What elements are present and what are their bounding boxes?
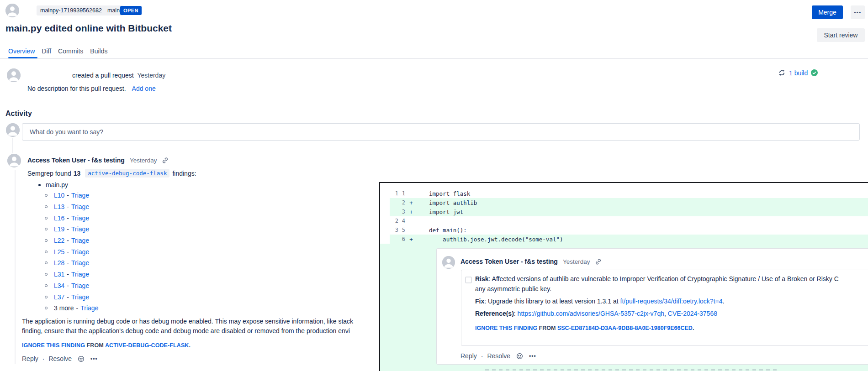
finding-line-link[interactable]: L10 [54,192,64,199]
tab-overview[interactable]: Overview [8,47,35,55]
inline-comment-avatar[interactable] [442,256,455,269]
finding-line-link[interactable]: L19 [54,225,64,233]
bullet-circle-icon [45,239,48,242]
triage-link[interactable]: Triage [71,237,89,244]
bullet-circle-icon [45,205,48,208]
add-reaction-icon[interactable] [78,355,85,362]
event-author-avatar[interactable] [7,68,21,82]
ssc-reference-link[interactable]: SSC-ED87184D-D3AA-9DB8-8A0E-1980F9E66CED [557,325,693,331]
event-time: Yesterday [137,72,165,79]
triage-link[interactable]: Triage [71,259,89,266]
tab-commits[interactable]: Commits [58,47,83,55]
branch-arrow-icon: → [95,7,101,14]
person-icon [6,123,20,137]
builds-refresh-icon [778,69,786,77]
triage-link[interactable]: Triage [71,192,89,199]
rule-chip[interactable]: active-debug-code-flask [85,169,169,178]
triage-link[interactable]: Triage [80,304,98,312]
merge-button[interactable]: Merge [812,5,843,19]
comment-author[interactable]: Access Token User - f&s testing [27,157,125,164]
diff-row: 35def main(): [390,225,868,235]
thread-line [15,170,16,364]
file-list-item: main.py [38,181,68,188]
triage-link[interactable]: Triage [71,214,89,222]
ghsa-advisory-link[interactable]: https://github.com/advisories/GHSA-5357-… [518,310,664,317]
ignore-finding-link[interactable]: IGNORE THIS FINDING [475,325,537,331]
resolve-link[interactable]: Resolve [48,355,72,362]
more-options-button[interactable]: ••• [851,5,865,19]
bullet-circle-icon [45,296,48,298]
tab-builds[interactable]: Builds [90,47,107,55]
diff-row-added: 2+import authlib [390,198,868,207]
inline-comment-author[interactable]: Access Token User - f&s testing [460,258,558,265]
pr-author-avatar[interactable] [5,4,19,17]
bullet-circle-icon [45,284,48,287]
reply-link[interactable]: Reply [22,355,38,362]
build-count-link[interactable]: 1 build [789,69,808,77]
finding-item: L10-Triage [45,190,98,201]
pr-status-badge: OPEN [120,6,142,15]
bullet-circle-icon [45,307,48,309]
finding-line-link[interactable]: L25 [54,248,64,256]
triage-link[interactable]: Triage [71,293,89,301]
add-description-link[interactable]: Add one [132,85,156,92]
ignore-finding-link[interactable]: IGNORE THIS FINDING [22,342,85,349]
comment-more-button[interactable]: ••• [90,355,98,362]
thread-line [12,138,13,153]
comment-time: Yesterday [130,157,157,164]
bullet-circle-icon [45,194,48,197]
fix-link[interactable]: ft/pull-requests/34/diff:oetry.lock?t=4 [620,298,723,305]
diff-row-added: 3+import jwt [390,207,868,216]
pr-tabs: Overview Diff Commits Builds [8,47,107,55]
finding-count: 13 [74,170,81,177]
finding-checkbox[interactable] [465,277,472,283]
bullet-circle-icon [45,273,48,276]
person-icon [442,256,455,269]
finding-line-link[interactable]: L28 [54,259,64,266]
inline-comment-card: Access Token User - f&s testing Yesterda… [436,248,868,365]
reply-link[interactable]: Reply [460,352,477,360]
triage-link[interactable]: Triage [71,282,89,289]
comment-author-avatar[interactable] [7,154,21,167]
inline-comment-actions: Reply · Resolve ••• [460,352,536,360]
bullet-circle-icon [45,217,48,219]
finding-line-link[interactable]: L31 [54,271,64,278]
risk-line: Risk: Affected versions of authlib are v… [475,275,839,282]
finding-line-link[interactable]: L13 [54,203,64,210]
finding-line-link[interactable]: L22 [54,237,64,244]
person-icon [5,4,19,17]
finding-item: L31-Triage [45,269,98,280]
finding-description-line2: finding, ensure that the application's d… [22,327,350,334]
triage-link[interactable]: Triage [71,248,89,256]
diff-row: 11import flask [390,189,868,198]
start-review-button[interactable]: Start review [817,28,865,42]
permalink-icon[interactable] [595,258,602,265]
composer-avatar[interactable] [6,123,20,137]
triage-link[interactable]: Triage [71,271,89,278]
finding-detail-box: Risk: Affected versions of authlib are v… [461,270,868,346]
cve-link[interactable]: CVE-2024-37568 [668,310,717,317]
triage-link[interactable]: Triage [71,225,89,233]
ignore-finding-row: IGNORE THIS FINDING FROM ACTIVE-DEBUG-CO… [22,342,191,349]
no-description-row: No description for this pull request.Add… [27,85,156,92]
finding-line-link[interactable]: L34 [54,282,64,289]
comment-more-button[interactable]: ••• [529,353,536,359]
comment-input[interactable] [22,123,860,141]
resolve-link[interactable]: Resolve [487,352,510,360]
references-line: Reference(s): https://github.com/advisor… [475,310,717,317]
ignore-rule-link[interactable]: ACTIVE-DEBUG-CODE-FLASK [105,342,189,349]
finding-item: L13-Triage [45,201,98,213]
inline-comment-time: Yesterday [563,258,590,265]
finding-item: L22-Triage [45,235,98,246]
person-icon [7,154,21,167]
finding-item: L25-Triage [45,246,98,257]
finding-line-link[interactable]: L16 [54,214,64,222]
clipped-text-strip [485,369,778,371]
permalink-icon[interactable] [162,157,169,164]
active-tab-underline [8,57,37,58]
finding-line-link[interactable]: L37 [54,293,64,301]
add-reaction-icon[interactable] [516,353,523,360]
triage-link[interactable]: Triage [71,203,89,210]
tab-diff[interactable]: Diff [42,47,51,55]
pr-event-text: created a pull request Yesterday [72,72,165,79]
